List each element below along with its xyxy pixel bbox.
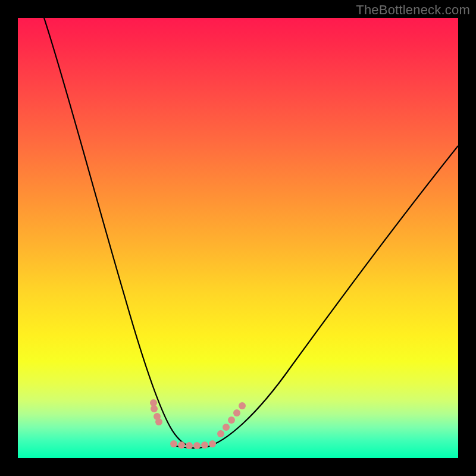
- chart-frame: TheBottleneck.com: [0, 0, 476, 476]
- curve-right: [207, 146, 458, 447]
- overlay-dots: [154, 403, 242, 446]
- plot-area: [18, 18, 458, 458]
- curve-left: [44, 18, 187, 445]
- watermark-text: TheBottleneck.com: [356, 2, 470, 18]
- chart-svg: [18, 18, 458, 458]
